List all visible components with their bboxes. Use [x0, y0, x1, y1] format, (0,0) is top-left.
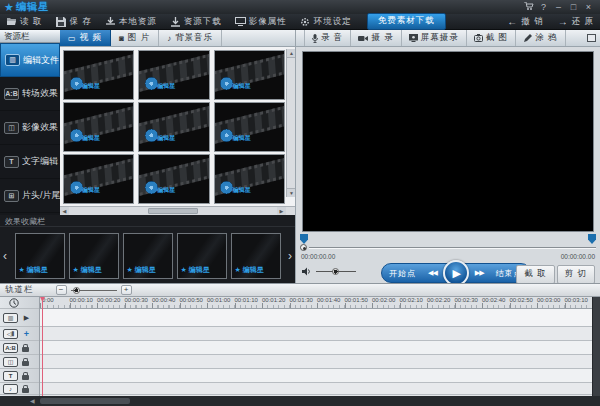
title-track-lane[interactable] [40, 369, 592, 383]
timeline-vertical-scrollbar[interactable] [592, 297, 600, 396]
maximize-button[interactable]: □ [566, 2, 581, 12]
transition-track-lane[interactable] [40, 341, 592, 355]
capture-button[interactable]: 截 取 [516, 265, 554, 284]
transition-track-header[interactable]: A:B [0, 341, 39, 355]
sidebar-item-text-edit[interactable]: T 文字编辑 [0, 145, 60, 179]
trim-end-marker[interactable] [588, 234, 596, 244]
settings-label: 环境设定 [314, 16, 352, 28]
settings-button[interactable]: 环境设定 [300, 16, 352, 28]
help-button[interactable]: ? [536, 2, 551, 12]
video-properties-button[interactable]: 影像属性 [235, 16, 287, 28]
lock-icon[interactable] [22, 388, 29, 393]
trim-start-marker[interactable] [300, 234, 308, 244]
lock-icon[interactable] [22, 375, 29, 380]
intro-outro-icon: ⊞ [4, 190, 19, 202]
media-thumbnail[interactable]: 编辑星 [138, 154, 209, 204]
timeline-zoom-slider[interactable] [71, 290, 117, 291]
music-track-lane[interactable] [40, 383, 592, 395]
add-track-icon[interactable]: + [22, 329, 31, 339]
tab-record-audio[interactable]: 录 音 [304, 30, 351, 46]
sidebar-item-edit-files[interactable]: ▥ 编辑文件 [0, 43, 60, 77]
titlebar: ★ 编辑星 ? – □ × [0, 0, 600, 14]
timeline-horizontal-scrollbar[interactable]: ◀ [0, 396, 600, 406]
media-thumbnail[interactable]: 编辑星 [214, 154, 285, 204]
timeline-body[interactable]: 0:0000:00:1000:00:2000:00:3000:00:4000:0… [40, 297, 592, 396]
scrollbar-thumb[interactable] [40, 398, 130, 404]
audio-track-lane[interactable] [40, 327, 592, 341]
media-thumbnail[interactable]: 编辑星 [63, 50, 134, 100]
tab-screen-record[interactable]: 屏幕摄录 [402, 30, 467, 46]
timeline-zoom-handle[interactable] [73, 287, 80, 294]
scrollbar-thumb[interactable] [148, 208, 198, 214]
favorite-effect-thumbnail[interactable]: ★ 编辑星 [231, 233, 281, 279]
lock-icon[interactable] [22, 361, 29, 366]
tab-video[interactable]: ▭ 视 频 [60, 30, 111, 46]
media-horizontal-scrollbar[interactable]: ◀ ▶ [60, 206, 295, 215]
start-point-button[interactable]: 开始点 [382, 268, 423, 279]
media-thumbnail[interactable]: 编辑星 [138, 50, 209, 100]
tab-doodle[interactable]: 涂 鸦 [516, 30, 565, 46]
tab-camcorder[interactable]: 摄 录 [351, 30, 401, 46]
overlay-track-lane[interactable] [40, 355, 592, 369]
video-track-header[interactable]: ▥ ▶ [0, 309, 39, 327]
expand-track-icon[interactable]: ▶ [22, 314, 31, 322]
clock-icon [9, 298, 19, 308]
skip-forward-icon[interactable]: ▶▶ [470, 269, 489, 277]
save-button[interactable]: 保 存 [55, 16, 91, 28]
sidebar-item-intro-outro[interactable]: ⊞ 片头/片尾 [0, 179, 60, 213]
timeline-ruler[interactable]: 0:0000:00:1000:00:2000:00:3000:00:4000:0… [40, 297, 592, 309]
media-thumbnail[interactable]: 编辑星 [214, 102, 285, 152]
seek-handle[interactable] [300, 244, 307, 251]
redo-button[interactable]: → 还 原 [558, 16, 594, 28]
playhead[interactable] [42, 297, 43, 396]
seek-track[interactable] [309, 247, 596, 249]
tab-snapshot[interactable]: 截 图 [467, 30, 516, 46]
media-thumbnail[interactable]: 编辑星 [63, 102, 134, 152]
speaker-icon[interactable] [302, 267, 312, 276]
timeline-zoom-in-button[interactable]: + [121, 285, 132, 295]
overlay-track-header[interactable]: ◫ [0, 355, 39, 369]
favorites-prev-icon[interactable]: ‹ [0, 249, 10, 263]
sidebar-item-video-effects[interactable]: ◫ 影像效果 [0, 111, 60, 145]
tab-background-music[interactable]: ♪ 背景音乐 [159, 30, 222, 46]
store-cart-icon[interactable] [521, 2, 536, 12]
load-button[interactable]: 读 取 [6, 16, 42, 28]
free-material-download-button[interactable]: 免费素材下载 [367, 13, 446, 30]
tab-picture[interactable]: ◙ 图 片 [111, 30, 159, 46]
favorite-effect-thumbnail[interactable]: ★ 编辑星 [123, 233, 173, 279]
app-logo-star-icon: ★ [4, 1, 14, 13]
favorite-effect-thumbnail[interactable]: ★ 编辑星 [177, 233, 227, 279]
video-preview-screen[interactable] [302, 51, 594, 232]
sidebar-item-label: 文字编辑 [22, 155, 58, 168]
favorite-effect-thumbnail[interactable]: ★ 编辑星 [15, 233, 65, 279]
favorites-next-icon[interactable]: › [285, 249, 295, 263]
timeline-zoom-out-button[interactable]: − [56, 285, 67, 295]
local-resource-button[interactable]: 本地资源 [105, 16, 157, 28]
favorite-effect-thumbnail[interactable]: ★ 编辑星 [69, 233, 119, 279]
seek-bar[interactable] [300, 244, 596, 252]
media-thumbnail[interactable]: 编辑星 [63, 154, 134, 204]
resource-download-button[interactable]: 资源下载 [170, 16, 222, 28]
skip-back-icon[interactable]: ◀◀ [423, 269, 442, 277]
video-track-lane[interactable] [40, 309, 592, 327]
cut-button[interactable]: 剪 切 [557, 265, 595, 284]
title-track-header[interactable]: T [0, 369, 39, 383]
undo-button[interactable]: ← 撤 销 [507, 16, 543, 28]
scroll-right-icon[interactable]: ▶ [277, 207, 286, 215]
fullscreen-icon[interactable] [587, 34, 596, 42]
close-button[interactable]: × [581, 2, 596, 12]
media-vertical-scrollbar[interactable]: ▲ ▼ [286, 49, 295, 197]
ruler-time-label: 00:00:40 [152, 297, 175, 303]
lock-icon[interactable] [22, 347, 29, 352]
minimize-button[interactable]: – [551, 2, 566, 12]
transport-bar: 开始点 ◀◀ ▶ ▶▶ 结束点 [381, 263, 531, 283]
sidebar-item-transition-effects[interactable]: A:B 转场效果 [0, 77, 60, 111]
volume-slider[interactable] [316, 271, 356, 272]
volume-handle[interactable] [332, 268, 339, 275]
media-thumbnail[interactable]: 编辑星 [214, 50, 285, 100]
media-thumbnail[interactable]: 编辑星 [138, 102, 209, 152]
scroll-left-icon[interactable]: ◀ [60, 207, 69, 215]
audio-track-header[interactable]: ◁⦀ + [0, 327, 39, 341]
music-track-header[interactable]: ♪ [0, 383, 39, 395]
scroll-left-icon[interactable]: ◀ [30, 396, 35, 406]
